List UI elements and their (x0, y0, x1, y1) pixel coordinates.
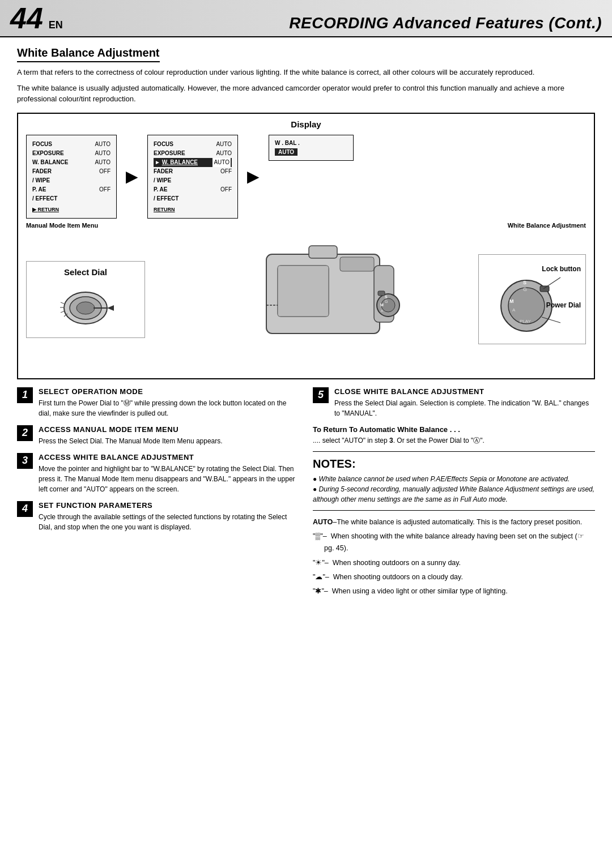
menu-value: AUTO (216, 149, 232, 158)
svg-text:S: S (523, 280, 526, 285)
step-3-number: 3 (17, 453, 33, 469)
display-box: Display FOCUS AUTO EXPOSURE AUTO W. BALA… (17, 113, 595, 379)
arrow-icon-2: ▶ (247, 167, 260, 186)
wb-screen: W . BAL . AUTO (269, 135, 354, 161)
svg-text:M: M (509, 298, 514, 304)
notes-title: NOTES (313, 457, 595, 471)
menu-value: AUTO (95, 158, 110, 167)
step-3: 3 ACCESS WHITE BALANCE ADJUSTMENT Move t… (17, 453, 299, 494)
symbol-note-4: "✱"– When using a video light or other s… (313, 585, 595, 597)
menu-caption: Manual Mode Item Menu (26, 222, 98, 229)
step-5-body: Press the Select Dial again. Selection i… (334, 398, 595, 418)
camera-illustration: S G M A (145, 237, 478, 362)
camera-svg: S G M A (221, 237, 402, 362)
step-4-body: Cycle through the available settings of … (39, 512, 299, 532)
menu-label: EXPOSURE (154, 149, 185, 158)
svg-marker-7 (107, 305, 114, 311)
svg-rect-11 (278, 266, 329, 317)
menu-row: FOCUS AUTO (32, 140, 110, 149)
step-3-body: Move the pointer and highlight bar to "W… (39, 464, 299, 494)
select-dial-label: Select Dial (36, 267, 135, 277)
display-row: FOCUS AUTO EXPOSURE AUTO W. BALANCE AUTO… (26, 135, 586, 219)
notes-list: White balance cannot be used when P.AE/E… (313, 474, 595, 504)
page-number: 44 (10, 3, 43, 33)
intro-paragraph-1: A term that refers to the correctness of… (17, 67, 595, 78)
main-content: White Balance Adjustment A term that ref… (0, 37, 612, 609)
menu-label: FOCUS (154, 140, 173, 149)
step-4-title: SET FUNCTION PARAMETERS (39, 501, 299, 510)
step-3-content: ACCESS WHITE BALANCE ADJUSTMENT Move the… (39, 453, 299, 494)
menu-row: / EFFECT (154, 194, 232, 203)
menu-row-highlighted: ► W. BALANCE AUTO (154, 158, 232, 167)
menu-label: W. BALANCE (32, 158, 68, 167)
intro-paragraph-2: The white balance is usually adjusted au… (17, 83, 595, 105)
menu-label: / WIPE (154, 176, 171, 185)
svg-text:PLAY: PLAY (520, 319, 532, 324)
wb-caption: White Balance Adjustment (508, 222, 586, 229)
step-1-body: First turn the Power Dial to "Ⓜ" while p… (39, 398, 299, 418)
step-4: 4 SET FUNCTION PARAMETERS Cycle through … (17, 501, 299, 532)
wb-auto-badge: AUTO (275, 148, 298, 156)
svg-text:A: A (512, 307, 516, 313)
screen-labels: Manual Mode Item Menu White Balance Adju… (26, 222, 586, 229)
svg-rect-30 (540, 286, 549, 292)
step-4-content: SET FUNCTION PARAMETERS Cycle through th… (39, 501, 299, 532)
svg-rect-13 (340, 257, 374, 271)
menu-value: AUTO (212, 158, 231, 167)
menu-row: W. BALANCE AUTO (32, 158, 110, 167)
svg-text:A: A (381, 309, 383, 313)
menu-row: / WIPE (154, 176, 232, 185)
menu-label: FADER (32, 167, 52, 176)
title-recording: RECORDING (289, 14, 389, 32)
menu-row: EXPOSURE AUTO (32, 149, 110, 158)
arrow-icon-1: ▶ (126, 167, 138, 186)
menu-value: OFF (220, 185, 232, 194)
return-link: RETURN (32, 206, 110, 213)
svg-point-2 (76, 302, 95, 314)
svg-text:M: M (380, 303, 384, 307)
diagram-area: Select Dial (26, 234, 586, 365)
menu-row: FADER OFF (32, 167, 110, 176)
menu-value: AUTO (216, 140, 232, 149)
menu-value: AUTO (95, 140, 110, 149)
step-1-content: SELECT OPERATION MODE First turn the Pow… (39, 387, 299, 418)
steps-section: 1 SELECT OPERATION MODE First turn the P… (17, 387, 595, 600)
display-title: Display (26, 119, 586, 129)
step-5-content: CLOSE WHITE BALANCE ADJUSTMENT Press the… (334, 387, 595, 418)
symbol-note-3: "☁"– When shooting outdoors on a cloudy … (313, 571, 595, 583)
svg-rect-12 (309, 246, 337, 258)
menu-row: / WIPE (32, 176, 110, 185)
step-5: 5 CLOSE WHITE BALANCE ADJUSTMENT Press t… (313, 387, 595, 418)
note-item-2: During 5-second recording, manually adju… (313, 484, 595, 504)
step-2-content: ACCESS MANUAL MODE ITEM MENU Press the S… (39, 425, 299, 446)
select-dial-box: Select Dial (26, 261, 145, 338)
step-2-number: 2 (17, 425, 33, 441)
symbol-note-1: "▒"– When shooting with the white balanc… (313, 531, 595, 555)
divider-2 (313, 510, 595, 511)
menu-label: FADER (154, 167, 173, 176)
wb-label: W . BAL . (275, 140, 347, 146)
step-2: 2 ACCESS MANUAL MODE ITEM MENU Press the… (17, 425, 299, 446)
menu-label: EXPOSURE (32, 149, 64, 158)
step-5-title: CLOSE WHITE BALANCE ADJUSTMENT (334, 387, 595, 396)
section-title: White Balance Adjustment (17, 46, 160, 62)
steps-left: 1 SELECT OPERATION MODE First turn the P… (17, 387, 299, 600)
menu-screen-1: FOCUS AUTO EXPOSURE AUTO W. BALANCE AUTO… (26, 135, 117, 219)
return-body: .... select "AUTO" in step 3. Or set the… (313, 435, 595, 446)
svg-text:G: G (523, 287, 527, 292)
power-dial-box: S G M A PLAY Lock button Power Dial (478, 254, 586, 344)
menu-row: EXPOSURE AUTO (154, 149, 232, 158)
menu-label: P. AE (32, 185, 46, 194)
note-item-1: White balance cannot be used when P.AE/E… (313, 474, 595, 484)
step-1-number: 1 (17, 387, 33, 403)
return-link-2: RETURN (154, 206, 232, 213)
menu-value: OFF (220, 167, 232, 176)
divider (313, 451, 595, 452)
menu-row: P. AE OFF (154, 185, 232, 194)
menu-value: OFF (99, 167, 110, 176)
title-rest: Advanced Features (Cont.) (393, 14, 602, 32)
menu-label: / WIPE (32, 176, 50, 185)
return-heading: To Return To Automatic White Balance . .… (313, 425, 595, 434)
menu-label: / EFFECT (154, 194, 178, 203)
menu-label: P. AE (154, 185, 167, 194)
